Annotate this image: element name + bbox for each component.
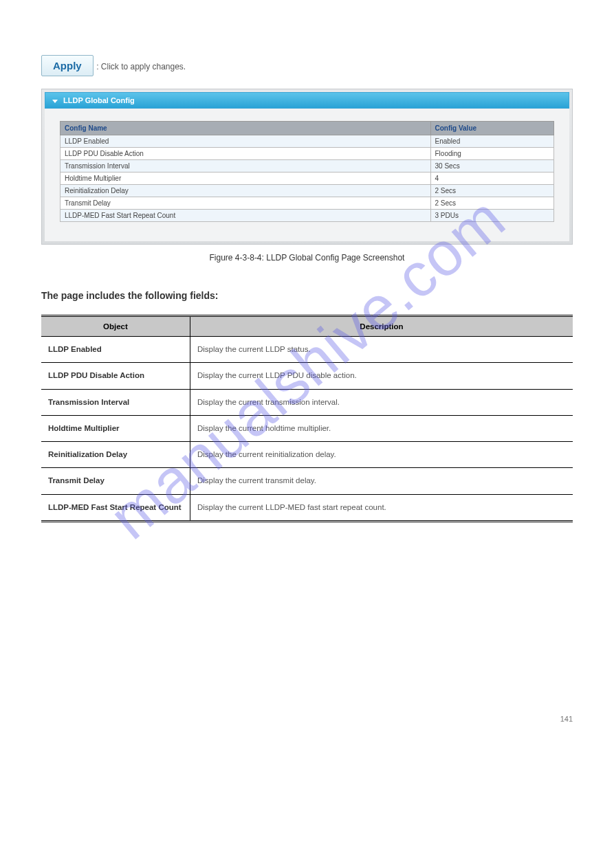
table-row: LLDP Enabled Enabled <box>61 135 554 148</box>
obj-desc: Display the current transmit delay. <box>190 468 573 494</box>
config-value: 2 Secs <box>430 197 554 210</box>
config-name: Holdtime Multiplier <box>61 173 431 185</box>
table-row: LLDP Enabled Display the current LLDP st… <box>41 337 573 363</box>
table-row: LLDP PDU Disable Action Display the curr… <box>41 363 573 389</box>
obj-object: Reinitialization Delay <box>41 442 190 468</box>
obj-object: Transmission Interval <box>41 389 190 415</box>
page-number: 141 <box>41 715 573 723</box>
config-name: LLDP-MED Fast Start Repeat Count <box>61 210 431 222</box>
config-value: 3 PDUs <box>430 210 554 222</box>
config-header-name: Config Name <box>61 122 431 135</box>
apply-button[interactable]: Apply <box>41 55 94 76</box>
apply-button-row: Apply : Click to apply changes. <box>41 55 573 76</box>
panel-title: LLDP Global Config <box>63 96 135 104</box>
obj-object: Transmit Delay <box>41 468 190 494</box>
document-page: Apply : Click to apply changes. LLDP Glo… <box>0 0 614 764</box>
config-header-row: Config Name Config Value <box>61 122 554 135</box>
obj-desc: Display the current LLDP PDU disable act… <box>190 363 573 389</box>
panel-header[interactable]: LLDP Global Config <box>45 92 569 109</box>
config-name: LLDP Enabled <box>61 135 431 148</box>
table-row: LLDP-MED Fast Start Repeat Count Display… <box>41 494 573 521</box>
obj-desc: Display the current LLDP-MED fast start … <box>190 494 573 521</box>
obj-object: Holdtime Multiplier <box>41 415 190 441</box>
lldp-panel: LLDP Global Config Config Name Config Va… <box>41 89 573 245</box>
panel-body: Config Name Config Value LLDP Enabled En… <box>45 109 569 241</box>
table-row: Transmission Interval Display the curren… <box>41 389 573 415</box>
table-row: Reinitialization Delay Display the curre… <box>41 442 573 468</box>
obj-object: LLDP-MED Fast Start Repeat Count <box>41 494 190 521</box>
config-name: LLDP PDU Disable Action <box>61 148 431 160</box>
table-row: Transmit Delay Display the current trans… <box>41 468 573 494</box>
table-row: LLDP PDU Disable Action Flooding <box>61 148 554 160</box>
table-row: LLDP-MED Fast Start Repeat Count 3 PDUs <box>61 210 554 222</box>
config-name: Transmit Delay <box>61 197 431 210</box>
config-value: 30 Secs <box>430 160 554 173</box>
table-row: Transmit Delay 2 Secs <box>61 197 554 210</box>
config-value: 2 Secs <box>430 185 554 197</box>
table-row: Holdtime Multiplier 4 <box>61 173 554 185</box>
table-row: Transmission Interval 30 Secs <box>61 160 554 173</box>
obj-header-object: Object <box>41 316 190 337</box>
config-header-value: Config Value <box>430 122 554 135</box>
table-row: Holdtime Multiplier Display the current … <box>41 415 573 441</box>
obj-header-desc: Description <box>190 316 573 337</box>
obj-desc: Display the current reinitialization del… <box>190 442 573 468</box>
config-value: Flooding <box>430 148 554 160</box>
config-table: Config Name Config Value LLDP Enabled En… <box>60 121 554 222</box>
section-heading: The page includes the following fields: <box>41 290 573 301</box>
obj-header-row: Object Description <box>41 316 573 337</box>
config-value: Enabled <box>430 135 554 148</box>
table-row: Reinitialization Delay 2 Secs <box>61 185 554 197</box>
obj-object: LLDP PDU Disable Action <box>41 363 190 389</box>
object-table: Object Description LLDP Enabled Display … <box>41 315 573 522</box>
figure-caption: Figure 4-3-8-4: LLDP Global Config Page … <box>41 253 573 263</box>
obj-desc: Display the current holdtime multiplier. <box>190 415 573 441</box>
config-name: Reinitialization Delay <box>61 185 431 197</box>
apply-description: : Click to apply changes. <box>96 62 186 71</box>
obj-desc: Display the current LLDP status. <box>190 337 573 363</box>
obj-object: LLDP Enabled <box>41 337 190 363</box>
config-value: 4 <box>430 173 554 185</box>
obj-desc: Display the current transmission interva… <box>190 389 573 415</box>
config-name: Transmission Interval <box>61 160 431 173</box>
collapse-icon <box>52 100 58 103</box>
